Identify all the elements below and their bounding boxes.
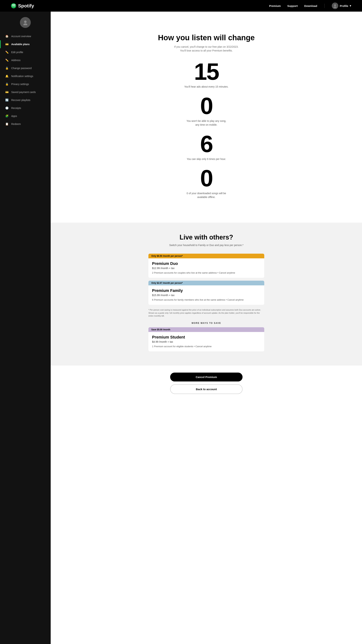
nav-support[interactable]: Support — [287, 4, 298, 8]
nav-links: Premium Support Download — [269, 4, 317, 8]
content-area: How you listen will change If you cancel… — [51, 12, 362, 644]
plan-name-family: Premium Family — [152, 288, 261, 293]
stat-label-0b: 0 of your downloaded songs will beavaila… — [139, 192, 273, 199]
stat-label-6: You can skip only 6 times per hour. — [139, 157, 273, 161]
sidebar: 🏠 Account overview 💳 Available plans ✏️ … — [0, 12, 51, 644]
sidebar-label-notification-settings: Notification settings — [11, 75, 33, 78]
sidebar-label-edit-profile: Edit profile — [11, 51, 23, 54]
svg-point-5 — [23, 24, 27, 25]
profile-label: Profile — [340, 4, 348, 8]
svg-text:Spotify: Spotify — [18, 3, 34, 8]
top-nav: Spotify Premium Support Download Profile… — [0, 0, 362, 12]
sidebar-avatar — [20, 17, 31, 28]
profile-button[interactable]: Profile ▾ — [332, 2, 351, 9]
plan-card-duo: Only $6.50 /month per person* Premium Du… — [148, 254, 264, 278]
sidebar-item-notification-settings[interactable]: 🔔 Notification settings — [0, 72, 51, 80]
plan-desc-duo: 2 Premium accounts for couples who live … — [152, 272, 261, 274]
receipts-icon: 🕐 — [5, 106, 9, 110]
svg-point-3 — [334, 6, 337, 8]
cancel-premium-button[interactable]: Cancel Premium — [170, 372, 243, 382]
card-icon: 💳 — [5, 90, 9, 94]
password-icon: 🔒 — [5, 66, 9, 70]
sidebar-item-edit-profile[interactable]: ✏️ Edit profile — [0, 48, 51, 56]
plan-badge-family: Only $2.67 /month per person* — [148, 281, 264, 286]
sidebar-item-redeem[interactable]: 📋 Redeem — [0, 120, 51, 128]
sidebar-item-apps[interactable]: 🧩 Apps — [0, 112, 51, 120]
plans-icon: 💳 — [5, 42, 9, 46]
stat-number-0a: 0 — [139, 94, 273, 118]
avatar — [332, 2, 338, 9]
stat-number-6: 6 — [139, 132, 273, 156]
plan-card-student: Save $5.00 /month Premium Student $4.99 … — [148, 327, 264, 351]
plan-cards-container: Only $6.50 /month per person* Premium Du… — [148, 254, 264, 351]
sidebar-label-redeem: Redeem — [11, 122, 21, 126]
buttons-section: Cancel Premium Back to account — [51, 365, 362, 401]
sidebar-item-available-plans[interactable]: 💳 Available plans — [0, 40, 51, 48]
plan-name-duo: Premium Duo — [152, 261, 261, 266]
sidebar-item-change-password[interactable]: 🔒 Change password — [0, 64, 51, 72]
edit-icon: ✏️ — [5, 50, 9, 54]
live-others-subtitle: Switch your household to Family or Duo a… — [65, 243, 348, 247]
how-listen-section: How you listen will change If you cancel… — [125, 22, 288, 216]
stat-ads: 15 You'll hear ads about every 15 minute… — [139, 60, 273, 89]
recover-icon: 🔄 — [5, 98, 9, 102]
stat-number-0b: 0 — [139, 166, 273, 190]
stat-label-15: You'll hear ads about every 15 minutes. — [139, 85, 273, 89]
sidebar-item-recover-playlists[interactable]: 🔄 Recover playlists — [0, 96, 51, 104]
nav-logo[interactable]: Spotify — [11, 2, 34, 10]
live-others-title: Live with others? — [65, 234, 348, 241]
disclaimer: * Per person cost saving is measured aga… — [148, 308, 264, 318]
sidebar-nav: 🏠 Account overview 💳 Available plans ✏️ … — [0, 32, 51, 128]
nav-divider — [324, 4, 325, 8]
how-listen-title: How you listen will change — [139, 33, 273, 42]
nav-right: Premium Support Download Profile ▾ — [269, 2, 351, 9]
sidebar-item-saved-payment-cards[interactable]: 💳 Saved payment cards — [0, 88, 51, 96]
sidebar-label-account-overview: Account overview — [11, 35, 31, 38]
stat-label-0a: You won't be able to play any song,any t… — [139, 119, 273, 127]
page-wrapper: 🏠 Account overview 💳 Available plans ✏️ … — [0, 12, 362, 644]
nav-download[interactable]: Download — [304, 4, 317, 8]
sidebar-item-account-overview[interactable]: 🏠 Account overview — [0, 32, 51, 40]
bell-icon: 🔔 — [5, 74, 9, 78]
stat-number-15: 15 — [139, 60, 273, 84]
address-icon: ✏️ — [5, 58, 9, 62]
sidebar-item-receipts[interactable]: 🕐 Receipts — [0, 104, 51, 112]
plan-badge-duo: Only $6.50 /month per person* — [148, 254, 264, 258]
sidebar-label-receipts: Receipts — [11, 106, 21, 110]
home-icon: 🏠 — [5, 35, 9, 38]
svg-point-4 — [24, 20, 27, 23]
sidebar-label-privacy-settings: Privacy settings — [11, 83, 29, 86]
sidebar-label-available-plans: Available plans — [11, 43, 29, 46]
plan-desc-family: 6 Premium accounts for family members wh… — [152, 298, 261, 301]
plan-name-student: Premium Student — [152, 335, 261, 340]
stat-skips: 6 You can skip only 6 times per hour. — [139, 132, 273, 161]
sidebar-item-address[interactable]: ✏️ Address — [0, 56, 51, 64]
svg-point-1 — [11, 3, 16, 8]
sidebar-item-privacy-settings[interactable]: 🔒 Privacy settings — [0, 80, 51, 88]
sidebar-label-address: Address — [11, 59, 20, 62]
plan-price-family: $15.99 /month + tax — [152, 294, 261, 296]
plan-badge-student: Save $5.00 /month — [148, 327, 264, 332]
nav-premium[interactable]: Premium — [269, 4, 281, 8]
how-listen-subtitle: If you cancel, you'll change to our free… — [139, 45, 273, 52]
sidebar-label-apps: Apps — [11, 114, 17, 118]
more-ways-label: MORE WAYS TO SAVE — [148, 322, 264, 324]
sidebar-label-recover-playlists: Recover playlists — [11, 99, 30, 102]
sidebar-label-saved-payment-cards: Saved payment cards — [11, 91, 36, 94]
plan-price-duo: $12.99 /month + tax — [152, 267, 261, 270]
sidebar-label-change-password: Change password — [11, 67, 32, 70]
svg-point-2 — [334, 4, 336, 6]
apps-icon: 🧩 — [5, 114, 9, 118]
plan-desc-student: 1 Premium account for eligible students … — [152, 345, 261, 348]
plan-card-family: Only $2.67 /month per person* Premium Fa… — [148, 281, 264, 305]
privacy-icon: 🔒 — [5, 82, 9, 86]
redeem-icon: 📋 — [5, 122, 9, 126]
chevron-down-icon: ▾ — [350, 4, 351, 8]
live-others-section: Live with others? Switch your household … — [51, 223, 362, 365]
plan-price-student: $4.99 /month + tax — [152, 340, 261, 343]
stat-mobile: 0 You won't be able to play any song,any… — [139, 94, 273, 127]
back-to-account-button[interactable]: Back to account — [170, 384, 243, 394]
stat-offline: 0 0 of your downloaded songs will beavai… — [139, 166, 273, 199]
